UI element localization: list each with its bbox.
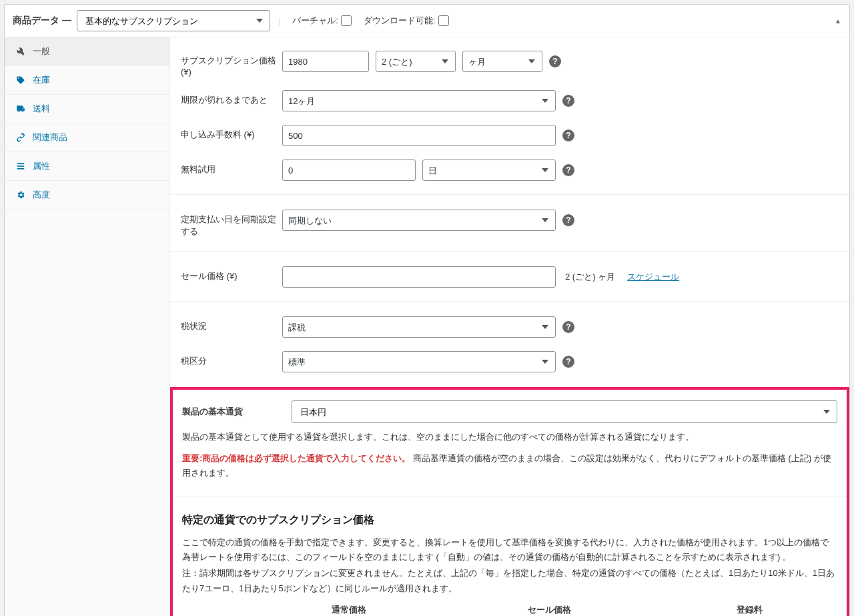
- sale-price-input[interactable]: [282, 266, 556, 288]
- help-icon[interactable]: ?: [562, 129, 574, 141]
- sale-price-label: セール価格 (¥): [181, 266, 282, 282]
- sync-select[interactable]: 同期しない: [282, 210, 556, 231]
- tab-general[interactable]: 一般: [5, 37, 169, 66]
- link-icon: [15, 133, 26, 142]
- base-currency-desc: 製品の基本通貨として使用する通貨を選択します。これは、空のままにした場合に他のす…: [182, 430, 837, 444]
- virtual-checkbox[interactable]: [341, 15, 352, 26]
- svg-rect-1: [17, 166, 25, 167]
- panel-title: 商品データ —: [13, 15, 71, 27]
- tax-status-label: 税状況: [181, 316, 282, 332]
- col-header-signup: 登録料: [663, 604, 836, 616]
- specific-currency-desc-a: ここで特定の通貨の価格を手動で指定できます。変更すると、換算レートを使用して基準…: [182, 535, 837, 565]
- collapse-toggle[interactable]: ▲: [835, 17, 841, 25]
- tab-label: 送料: [33, 103, 50, 115]
- divider: [173, 497, 847, 497]
- subscription-price-input[interactable]: [282, 51, 369, 72]
- base-currency-select[interactable]: 日本円: [292, 400, 837, 423]
- tab-label: 在庫: [33, 74, 50, 86]
- downloadable-checkbox[interactable]: [438, 15, 449, 26]
- svg-rect-2: [17, 168, 25, 170]
- col-header-regular: 通常価格: [262, 604, 436, 616]
- sync-label: 定期支払い日を同期設定する: [181, 210, 282, 238]
- help-icon[interactable]: ?: [562, 321, 574, 333]
- virtual-field[interactable]: バーチャル:: [292, 15, 352, 27]
- wrench-icon: [15, 47, 26, 56]
- help-icon[interactable]: ?: [562, 356, 574, 368]
- tax-class-select[interactable]: 標準: [282, 351, 556, 372]
- tab-inventory[interactable]: 在庫: [5, 66, 169, 95]
- product-type-select[interactable]: 基本的なサブスクリプション: [77, 10, 270, 31]
- tabs-sidebar: 一般在庫送料関連商品属性高度: [5, 37, 170, 616]
- signup-fee-label: 申し込み手数料 (¥): [181, 125, 282, 141]
- base-currency-warning: 重要:商品の価格は必ず選択した通貨で入力してください。 商品基準通貨の価格が空の…: [182, 451, 837, 481]
- svg-rect-0: [17, 163, 25, 164]
- billing-interval-select[interactable]: 2 (ごと): [376, 51, 456, 72]
- content-panel: サブスクリプション価格 (¥) 2 (ごと) ヶ月 ? 期限が切れるまであと 1…: [170, 37, 849, 616]
- tag-icon: [15, 75, 26, 85]
- truck-icon: [15, 104, 26, 113]
- virtual-label: バーチャル:: [292, 15, 338, 27]
- downloadable-label: ダウンロード可能:: [364, 15, 436, 27]
- cog-icon: [15, 190, 26, 200]
- free-trial-period-select[interactable]: 日: [422, 160, 556, 181]
- free-trial-label: 無料試用: [181, 160, 282, 176]
- separator: |: [278, 16, 280, 26]
- downloadable-field[interactable]: ダウンロード可能:: [364, 15, 449, 27]
- tab-label: 属性: [33, 160, 50, 172]
- tab-label: 一般: [33, 45, 50, 57]
- subscription-price-label: サブスクリプション価格 (¥): [181, 51, 282, 77]
- billing-period-select[interactable]: ヶ月: [462, 51, 542, 72]
- sale-price-suffix: 2 (ごと) ヶ月: [565, 271, 615, 283]
- expire-select[interactable]: 12ヶ月: [282, 90, 556, 111]
- warning-text: 重要:商品の価格は必ず選択した通貨で入力してください。: [182, 453, 410, 463]
- specific-currency-desc-b: 注：請求期間は各サブスクリプションに変更されません。たとえば、上記の「毎」を指定…: [182, 566, 837, 595]
- currency-highlight-box: 製品の基本通貨 日本円 製品の基本通貨として使用する通貨を選択します。これは、空…: [170, 387, 849, 616]
- tab-shipping[interactable]: 送料: [5, 95, 169, 123]
- tab-linked[interactable]: 関連商品: [5, 123, 169, 152]
- help-icon[interactable]: ?: [562, 95, 574, 107]
- tab-label: 関連商品: [33, 131, 67, 143]
- col-header-sale: セール価格: [462, 604, 636, 616]
- list-icon: [15, 162, 26, 171]
- help-icon[interactable]: ?: [549, 55, 561, 67]
- tab-advanced[interactable]: 高度: [5, 181, 169, 210]
- tax-status-select[interactable]: 課税: [282, 316, 556, 338]
- tab-attributes[interactable]: 属性: [5, 152, 169, 181]
- schedule-link[interactable]: スケジュール: [627, 271, 679, 283]
- base-currency-label: 製品の基本通貨: [182, 406, 284, 418]
- tab-label: 高度: [33, 189, 50, 201]
- expire-label: 期限が切れるまであと: [181, 90, 282, 106]
- help-icon[interactable]: ?: [562, 164, 574, 176]
- free-trial-input[interactable]: [282, 160, 416, 181]
- tax-class-label: 税区分: [181, 351, 282, 367]
- help-icon[interactable]: ?: [562, 214, 574, 226]
- signup-fee-input[interactable]: [282, 125, 556, 146]
- specific-currency-title: 特定の通貨でのサブスクリプション価格: [182, 513, 837, 527]
